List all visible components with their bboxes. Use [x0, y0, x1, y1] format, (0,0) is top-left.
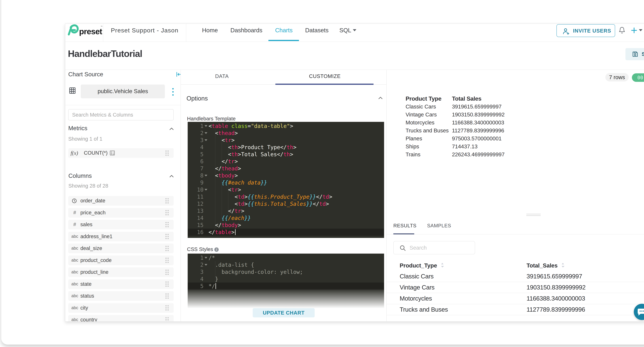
- column-item[interactable]: #price_each: [68, 208, 174, 218]
- pane-resizer-handle[interactable]: [526, 214, 541, 216]
- code-fold-icon[interactable]: [204, 125, 207, 127]
- workspace-switcher[interactable]: Preset Support - Jason: [103, 24, 186, 41]
- code-line: <tbody>: [208, 172, 332, 179]
- code-token: <: [208, 194, 238, 200]
- code-token: {{: [222, 179, 228, 186]
- nav-item-dashboards[interactable]: Dashboards: [230, 24, 262, 41]
- column-item[interactable]: order_date: [68, 196, 174, 206]
- code-line: background-color: yellow;: [208, 268, 303, 276]
- code-line: <thead>: [208, 130, 332, 137]
- handlebars-code-editor[interactable]: 12345678910111213141516 <table class="da…: [188, 122, 384, 238]
- columns-collapse-icon[interactable]: [169, 174, 174, 179]
- chart-cell: 1166388.3400000003: [452, 119, 504, 127]
- drag-handle-icon[interactable]: [165, 198, 169, 204]
- drag-handle-icon[interactable]: [165, 293, 169, 299]
- column-item[interactable]: abccountry: [68, 315, 174, 322]
- column-item[interactable]: #sales: [68, 220, 174, 229]
- code-token: tbody: [218, 172, 234, 179]
- code-line: <td>{{this.Product_Type}}</td>: [208, 193, 332, 200]
- column-item[interactable]: abcstatus: [68, 291, 174, 301]
- code-token: }}: [261, 179, 267, 186]
- sort-icon[interactable]: [561, 263, 564, 268]
- column-item[interactable]: abcproduct_line: [68, 267, 174, 277]
- code-token: [228, 123, 231, 129]
- bell-icon[interactable]: [618, 26, 626, 34]
- nav-item-sql[interactable]: SQL: [340, 24, 351, 41]
- add-new-icon[interactable]: [631, 27, 637, 33]
- tab-samples[interactable]: SAMPLES: [427, 223, 451, 229]
- code-token: {{: [248, 201, 254, 207]
- workspace-name: Preset Support - Jason: [111, 27, 178, 34]
- drag-handle-icon[interactable]: [165, 210, 169, 216]
- metrics-search-input[interactable]: Search Metrics & Columns: [68, 109, 174, 120]
- results-header-cell[interactable]: Total_Sales: [526, 262, 564, 269]
- column-item[interactable]: abcaddress_line1: [68, 232, 174, 241]
- nav-item-datasets[interactable]: Datasets: [305, 24, 328, 41]
- line-number: 16: [188, 229, 204, 236]
- handlebars-chart-output: Product TypeTotal SalesClassic Cars39196…: [406, 95, 505, 159]
- code-token: >: [290, 151, 293, 157]
- text-column-icon: abc: [71, 317, 78, 322]
- dataset-name-pill[interactable]: public.Vehicle Sales: [81, 84, 165, 98]
- chart-cell: Trains: [406, 151, 452, 159]
- code-token: table: [215, 229, 231, 235]
- code-token: this.Total_Sales: [254, 201, 306, 207]
- drag-handle-icon[interactable]: [165, 245, 169, 252]
- numeric-column-icon: #: [71, 210, 78, 215]
- code-token: </: [208, 222, 222, 228]
- logo-cell[interactable]: preset ™: [65, 24, 103, 41]
- code-fold-icon[interactable]: [204, 189, 207, 191]
- save-button[interactable]: SAVE: [626, 48, 644, 60]
- drag-handle-icon[interactable]: [165, 257, 169, 263]
- column-item[interactable]: abcstate: [68, 279, 174, 289]
- chart-cell: Motorcycles: [406, 119, 452, 127]
- drag-handle-icon[interactable]: [165, 281, 169, 287]
- code-token: tr: [234, 208, 241, 214]
- code-fold-icon[interactable]: [204, 132, 207, 134]
- results-header-cell[interactable]: Product_Type: [400, 262, 444, 269]
- nav-item-charts[interactable]: Charts: [275, 24, 292, 41]
- add-new-caret-icon[interactable]: [639, 29, 642, 31]
- drag-handle-icon[interactable]: [165, 317, 169, 322]
- column-item[interactable]: abccity: [68, 303, 174, 313]
- drag-handle-icon[interactable]: [165, 305, 169, 311]
- collapse-panel-icon[interactable]: [176, 72, 181, 77]
- update-chart-button[interactable]: UPDATE CHART: [253, 308, 315, 318]
- drag-handle-icon[interactable]: [165, 222, 169, 228]
- line-number: 1: [188, 122, 204, 130]
- info-icon[interactable]: i: [214, 247, 219, 252]
- chart-title[interactable]: HandlebarTutorial: [68, 48, 142, 59]
- code-fold-icon[interactable]: [204, 139, 207, 141]
- code-token: th: [284, 151, 290, 157]
- metrics-collapse-icon[interactable]: [169, 127, 174, 131]
- sort-icon[interactable]: [440, 263, 444, 268]
- drag-handle-icon[interactable]: [165, 233, 169, 240]
- code-fold-icon[interactable]: [204, 175, 207, 176]
- dataset-kebab-icon[interactable]: [172, 88, 174, 96]
- drag-handle-icon[interactable]: [165, 150, 169, 156]
- column-item[interactable]: abcproduct_code: [68, 256, 174, 265]
- chat-widget-button[interactable]: [634, 304, 644, 320]
- options-collapse-icon[interactable]: [378, 96, 383, 100]
- code-fold-icon[interactable]: [204, 257, 207, 259]
- css-styles-label: CSS Styles: [187, 246, 213, 252]
- nav-item-home[interactable]: Home: [202, 24, 218, 41]
- code-token: /*: [208, 255, 215, 261]
- column-item[interactable]: abcdeal_size: [68, 244, 174, 253]
- invite-users-button[interactable]: INVITE USERS: [556, 24, 615, 37]
- code-token: >: [238, 187, 241, 193]
- code-fold-icon[interactable]: [204, 264, 207, 266]
- code-token: >: [241, 208, 244, 214]
- function-icon: f(x): [70, 150, 77, 156]
- column-label: country: [80, 317, 97, 322]
- drag-handle-icon[interactable]: [165, 269, 169, 275]
- tab-results[interactable]: RESULTS: [393, 223, 416, 229]
- rowcount-label: 7 rows: [609, 74, 625, 80]
- scroll-fade: [181, 289, 386, 308]
- results-search-input[interactable]: Search: [393, 241, 475, 254]
- metric-item[interactable]: f(x) COUNT(*): [68, 148, 174, 158]
- tab-customize[interactable]: CUSTOMIZE: [309, 70, 341, 84]
- tab-data[interactable]: DATA: [215, 70, 229, 84]
- code-token: >: [234, 172, 238, 179]
- text-column-icon: abc: [71, 234, 78, 239]
